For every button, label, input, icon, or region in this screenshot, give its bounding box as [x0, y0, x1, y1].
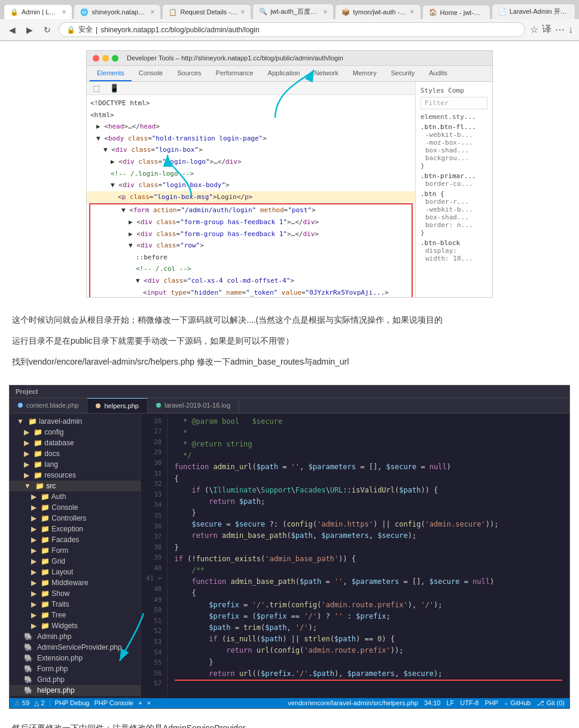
code-content[interactable]: * @param bool $secure * * @return string…	[167, 414, 570, 698]
ln-51: 51	[146, 616, 162, 626]
code-line-56: }	[175, 657, 563, 668]
file-item-laravel-admin[interactable]: ▼ 📁 laravel-admin	[10, 416, 141, 427]
file-item-docs[interactable]: ▶ 📁 docs	[10, 448, 141, 459]
tab1-close[interactable]: ×	[62, 8, 66, 16]
html-line-form-group-1[interactable]: ▶ <div class="form-group has-feedback 1"…	[90, 216, 412, 228]
ide-tab-log[interactable]: laravel-2019-01-16.log	[148, 398, 239, 413]
devtools-tab-memory[interactable]: Memory	[346, 66, 384, 81]
html-line-comment-col-1[interactable]: <!-- /.col -->	[90, 263, 412, 275]
html-line-body[interactable]: ▼ <body class="hold-transition login-pag…	[87, 133, 415, 145]
devtools-tab-sources[interactable]: Sources	[170, 66, 208, 81]
file-item-adminserviceprovider[interactable]: 🐘 AdminServiceProvider.php	[10, 642, 141, 653]
file-item-grid[interactable]: ▶ 📁 Grid	[10, 556, 141, 567]
ide-tab-helpers[interactable]: helpers.php	[87, 398, 148, 413]
php-debug-label[interactable]: PHP Debug	[50, 699, 90, 706]
maximize-traffic-light[interactable]	[112, 55, 118, 62]
devtools-tab-network[interactable]: Network	[307, 66, 345, 81]
back-button[interactable]: ◀	[6, 24, 19, 36]
html-line-div-col[interactable]: ▼ <div class="col-xs-4 col-md-offset-4">	[90, 275, 412, 287]
ln-55: 55	[146, 657, 162, 668]
address-bar[interactable]: 🔒 安全 | shineyork.natapp1.cc/blog/public/…	[59, 22, 525, 37]
file-item-helpers-php[interactable]: 🐘 helpers.php	[10, 685, 141, 696]
device-icon[interactable]: 📱	[107, 83, 121, 93]
devtools-tab-audits[interactable]: Audits	[422, 66, 455, 81]
html-line-div-logo[interactable]: ▶ <div class="login-logo">…</div>	[87, 156, 415, 168]
file-item-auth[interactable]: ▶ 📁 Auth	[10, 491, 141, 502]
file-item-grid-php[interactable]: 🐘 Grid.php	[10, 674, 141, 685]
add-config-icon[interactable]: +	[138, 699, 142, 706]
devtools-tab-security[interactable]: Security	[383, 66, 422, 81]
file-item-middleware[interactable]: ▶ 📁 Middleware	[10, 577, 141, 588]
bottom-text-content: 然后还要修改一下中间件；注意修改的是AdminServiceProvider	[12, 721, 567, 728]
ln-26: 26	[146, 416, 162, 427]
html-line-input-token[interactable]: <input type="hidden" name="_token" value…	[90, 287, 412, 298]
devtools-tab-performance[interactable]: Performance	[209, 66, 261, 81]
git-icon[interactable]: ⎇ Git (0)	[537, 699, 565, 707]
file-item-form-php[interactable]: 🐘 Form.php	[10, 663, 141, 674]
styles-filter[interactable]: Filter	[420, 97, 487, 109]
close-traffic-light[interactable]	[93, 55, 99, 62]
file-item-console[interactable]: ▶ 📁 Console	[10, 502, 141, 513]
tab3-close[interactable]: ×	[240, 8, 245, 16]
file-item-extension[interactable]: 🐘 Extension.php	[10, 653, 141, 663]
file-tree: ▼ 📁 laravel-admin ▶ 📁 config ▶ 📁 databas…	[10, 414, 141, 698]
github-icon[interactable]: ⬦ GitHub	[504, 699, 531, 707]
file-item-facades[interactable]: ▶ 📁 Facades	[10, 534, 141, 545]
file-item-form[interactable]: ▶ 📁 Form	[10, 545, 141, 556]
html-line-head[interactable]: ▶ <head>…</head>	[87, 121, 415, 133]
html-line-div-loginbox[interactable]: ▼ <div class="login-box">	[87, 144, 415, 156]
file-item-database[interactable]: ▶ 📁 database	[10, 438, 141, 448]
translate-icon[interactable]: 译	[542, 23, 551, 36]
file-item-resources[interactable]: ▶ 📁 resources	[10, 470, 141, 481]
browser-tab-7[interactable]: 📄 Laravel-Admin 开发...	[492, 4, 575, 19]
browser-tab-6[interactable]: 🏠 Home - jwt-auth	[422, 5, 490, 19]
html-line-doctype[interactable]: <!DOCTYPE html>	[87, 97, 415, 109]
close-config-icon[interactable]: ×	[147, 699, 151, 706]
download-icon[interactable]: ↓	[568, 25, 573, 35]
file-item-widgets[interactable]: ▶ 📁 Widgets	[10, 620, 141, 631]
html-line-comment-logo[interactable]: <!-- /.login-logo -->	[87, 168, 415, 180]
html-line-form-group-2[interactable]: ▶ <div class="form-group has-feedback 1"…	[90, 228, 412, 240]
php-icon-helpers: 🐘	[24, 686, 33, 695]
forward-button[interactable]: ▶	[23, 24, 36, 36]
file-item-exception[interactable]: ▶ 📁 Exception	[10, 524, 141, 534]
html-line-form[interactable]: ▼ <form action="/admin/auth/login" metho…	[90, 204, 412, 216]
php-console-label[interactable]: PHP Console	[94, 699, 133, 706]
file-item-traits[interactable]: ▶ 📁 Traits	[10, 599, 141, 610]
devtools-tab-application[interactable]: Application	[261, 66, 307, 81]
inspect-icon[interactable]: ⬚	[90, 83, 102, 93]
html-line-before[interactable]: ::before	[90, 252, 412, 264]
minimize-traffic-light[interactable]	[102, 55, 109, 62]
ide-tab-content[interactable]: content.blade.php	[10, 398, 87, 413]
file-item-controllers[interactable]: ▶ 📁 Controllers	[10, 513, 141, 524]
devtools-tab-console[interactable]: Console	[132, 66, 170, 81]
more-icon[interactable]: ⋯	[555, 24, 565, 35]
html-line-p-msg[interactable]: <p class="login-box-msg">Login</p>	[87, 191, 415, 203]
html-line-div-row[interactable]: ▼ <div class="row">	[90, 240, 412, 252]
file-item-lang[interactable]: ▶ 📁 lang	[10, 459, 141, 470]
file-name-traits: 📁 Traits	[41, 600, 69, 608]
file-item-config[interactable]: ▶ 📁 config	[10, 427, 141, 438]
code-line-32: if (\Illuminate\Support\Facades\URL::isV…	[175, 485, 563, 496]
devtools-tab-elements[interactable]: Elements	[90, 66, 132, 81]
tab5-close[interactable]: ×	[410, 8, 415, 16]
browser-tab-4[interactable]: 🔍 jwt-auth_百度搜索 ×	[252, 4, 334, 19]
refresh-button[interactable]: ↻	[41, 24, 54, 36]
file-item-src[interactable]: ▼ 📁 src	[10, 481, 141, 491]
tab-content-label: content.blade.php	[26, 402, 78, 409]
browser-tab-3[interactable]: 📋 Request Details - T... ×	[162, 4, 251, 19]
file-item-tree[interactable]: ▶ 📁 Tree	[10, 610, 141, 620]
file-item-show[interactable]: ▶ 📁 Show	[10, 588, 141, 599]
bookmark-icon[interactable]: ☆	[530, 24, 538, 35]
browser-tab-1[interactable]: 🔒 Admin | Login ×	[4, 4, 72, 19]
browser-tab-2[interactable]: 🌐 shineyork.natapp1... ×	[74, 4, 161, 19]
file-item-layout[interactable]: ▶ 📁 Layout	[10, 567, 141, 577]
html-line-html[interactable]: <html>	[87, 109, 415, 121]
code-line-35: $secure = $secure ?: (config('admin.http…	[175, 519, 563, 530]
browser-tab-5[interactable]: 📦 tymon/jwt-auth - P... ×	[335, 4, 420, 19]
tab4-close[interactable]: ×	[323, 8, 327, 16]
tab2-close[interactable]: ×	[150, 8, 154, 16]
folder-icon-lang: ▶	[24, 460, 29, 469]
file-item-admin-php[interactable]: 🐘 Admin.php	[10, 631, 141, 642]
html-line-div-body[interactable]: ▼ <div class="login-box-body">	[87, 179, 415, 191]
